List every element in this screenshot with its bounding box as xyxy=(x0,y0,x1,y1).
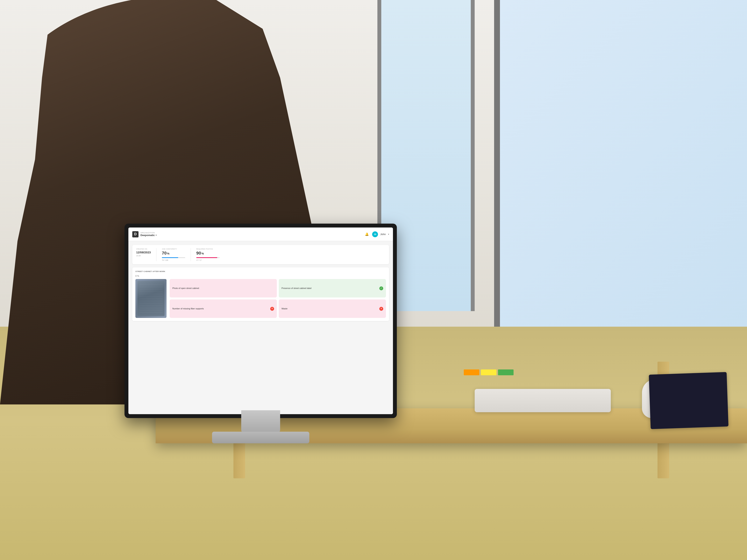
card-2-label: Presence of street cabinet label xyxy=(282,287,311,290)
card-presence-label[interactable]: Presence of street cabinet label ✓ xyxy=(279,279,386,297)
monitor-screen: D ORGANIZATION Deepomatic ▾ 🔔 JS xyxy=(128,228,393,414)
job-conformity-unit: % xyxy=(167,252,170,255)
card-3-icon: ✕ xyxy=(270,307,274,311)
cards-grid: Photo of open street cabinet Presence of… xyxy=(170,279,386,318)
job-conformity-fraction: 76 / 108 xyxy=(162,259,185,261)
stat-created-on: CREATED ON 12/08/2023 14:28 xyxy=(136,248,151,261)
required-photos-fraction: 17 / 17 xyxy=(196,259,220,261)
org-section: ORGANIZATION Deepomatic ▾ xyxy=(140,232,157,237)
stats-bar: CREATED ON 12/08/2023 14:28 JOB CONFORMI… xyxy=(132,245,389,264)
card-photo-open-cabinet[interactable]: Photo of open street cabinet xyxy=(170,279,277,297)
card-missing-fiber[interactable]: Number of missing fiber supports ✕ xyxy=(170,299,277,318)
monitor-container: D ORGANIZATION Deepomatic ▾ 🔔 JS xyxy=(125,223,397,418)
created-on-label: CREATED ON xyxy=(136,248,151,250)
job-conformity-bar xyxy=(162,257,185,258)
created-on-value: 12/08/2023 xyxy=(136,251,151,254)
required-photos-fill xyxy=(196,257,217,258)
stat-required-photos: REQUIRED PHOTOS 90 % 17 / 17 xyxy=(196,248,220,261)
content-section: STREET CABINET AFTER WORK 0 % Photo of o… xyxy=(132,267,389,321)
header-right: 🔔 JS John ▾ xyxy=(364,231,389,237)
required-photos-value: 90 xyxy=(196,251,201,256)
required-photos-label: REQUIRED PHOTOS xyxy=(196,248,220,250)
cabinet-image xyxy=(135,279,166,318)
monitor-base xyxy=(212,432,309,443)
card-4-label: Waste xyxy=(282,307,287,310)
zero-percent: 0 % xyxy=(135,275,386,277)
stat-job-conformity: JOB CONFORMITY 70 % 76 / 108 xyxy=(162,248,185,261)
job-conformity-label: JOB CONFORMITY xyxy=(162,248,185,250)
org-label: ORGANIZATION xyxy=(140,232,157,234)
org-dropdown-icon[interactable]: ▾ xyxy=(156,234,157,236)
notification-button[interactable]: 🔔 xyxy=(364,231,370,237)
user-dropdown-icon[interactable]: ▾ xyxy=(388,233,389,235)
app-header: D ORGANIZATION Deepomatic ▾ 🔔 JS xyxy=(128,228,393,241)
required-photos-bar xyxy=(196,257,220,258)
logo-icon: D xyxy=(132,231,138,237)
required-photos-unit: % xyxy=(202,252,204,255)
section-title: STREET CABINET AFTER WORK xyxy=(135,270,386,272)
user-name: John xyxy=(380,233,386,236)
card-4-icon: ✕ xyxy=(379,307,383,311)
monitor-body: D ORGANIZATION Deepomatic ▾ 🔔 JS xyxy=(125,223,397,418)
job-conformity-value: 70 xyxy=(162,251,166,256)
created-on-sub: 14:28 xyxy=(136,255,151,257)
notebook xyxy=(649,372,728,429)
app-logo: D ORGANIZATION Deepomatic ▾ xyxy=(132,231,157,237)
sticky-notes xyxy=(464,369,514,375)
avatar[interactable]: JS xyxy=(372,231,378,237)
card-1-label: Photo of open street cabinet xyxy=(172,287,199,290)
keyboard xyxy=(475,389,611,412)
org-name[interactable]: Deepomatic ▾ xyxy=(140,234,157,237)
job-conformity-fill xyxy=(162,257,178,258)
card-3-label: Number of missing fiber supports xyxy=(172,307,204,310)
sticky-note-green xyxy=(498,369,514,375)
card-2-icon: ✓ xyxy=(379,287,383,290)
app-content: CREATED ON 12/08/2023 14:28 JOB CONFORMI… xyxy=(128,241,393,414)
window-right xyxy=(494,0,747,350)
sticky-note-orange xyxy=(464,369,479,375)
card-waste[interactable]: Waste ✕ xyxy=(279,299,386,318)
monitor-stand xyxy=(241,410,280,434)
sticky-note-yellow xyxy=(481,369,496,375)
section-content: Photo of open street cabinet Presence of… xyxy=(135,279,386,318)
